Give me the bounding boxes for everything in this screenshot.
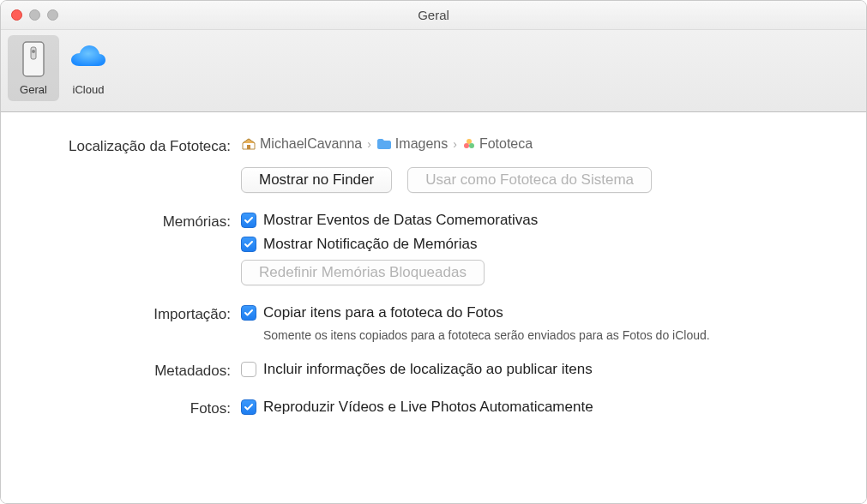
window-title: Geral — [1, 8, 866, 22]
breadcrumb-item-home[interactable]: MichaelCavanna — [241, 136, 362, 152]
titlebar[interactable]: Geral — [1, 1, 866, 30]
svg-point-6 — [469, 143, 474, 148]
breadcrumb-item-label: Fototeca — [479, 136, 533, 152]
include-location-label[interactable]: Incluir informações de localização ao pu… — [263, 361, 593, 378]
tab-general[interactable]: Geral — [8, 35, 59, 101]
autoplay-label[interactable]: Reproduzir Vídeos e Live Photos Automati… — [263, 399, 593, 416]
breadcrumb-item-library[interactable]: Fototeca — [462, 136, 533, 152]
chevron-right-icon: › — [367, 137, 371, 151]
home-icon — [241, 137, 256, 151]
preferences-window: Geral Geral — [0, 0, 867, 504]
show-memories-notification-label[interactable]: Mostrar Notificação de Memórias — [263, 236, 477, 253]
autoplay-checkbox[interactable] — [241, 399, 256, 415]
use-as-system-library-button: Usar como Fototeca do Sistema — [407, 167, 652, 193]
svg-rect-3 — [247, 145, 250, 149]
tab-general-label: Geral — [20, 83, 47, 96]
chevron-right-icon: › — [453, 137, 457, 151]
svg-point-4 — [467, 139, 472, 144]
svg-point-5 — [464, 143, 469, 148]
library-location-breadcrumb: MichaelCavanna › Imagens › — [241, 136, 840, 152]
breadcrumb-item-label: Imagens — [395, 136, 448, 152]
svg-point-2 — [32, 50, 35, 53]
show-memories-notification-checkbox[interactable] — [241, 237, 256, 252]
import-label: Importação: — [27, 304, 241, 323]
content-area: Localização da Fototeca: MichaelCavanna … — [1, 112, 866, 503]
tab-icloud[interactable]: iCloud — [63, 35, 114, 101]
copy-items-checkbox[interactable] — [241, 305, 256, 321]
preferences-toolbar: Geral iCloud — [1, 30, 866, 112]
show-in-finder-button[interactable]: Mostrar no Finder — [241, 167, 392, 193]
copy-items-subtext: Somente os itens copiados para a fototec… — [263, 328, 840, 342]
copy-items-label[interactable]: Copiar itens para a fototeca do Fotos — [263, 304, 503, 321]
memories-label: Memórias: — [27, 212, 241, 231]
show-holiday-events-label[interactable]: Mostrar Eventos de Datas Comemorativas — [263, 212, 538, 229]
breadcrumb-item-images[interactable]: Imagens — [376, 136, 448, 152]
general-icon — [13, 39, 54, 80]
photos-label: Fotos: — [27, 399, 241, 417]
include-location-checkbox[interactable] — [241, 362, 256, 377]
library-location-label: Localização da Fototeca: — [27, 136, 241, 155]
icloud-icon — [68, 39, 109, 80]
tab-icloud-label: iCloud — [73, 83, 105, 96]
show-holiday-events-checkbox[interactable] — [241, 213, 256, 228]
reset-blocked-memories-button: Redefinir Memórias Bloqueadas — [241, 260, 485, 285]
breadcrumb-item-label: MichaelCavanna — [260, 136, 362, 152]
metadata-label: Metadados: — [27, 361, 241, 380]
folder-icon — [376, 138, 392, 150]
photos-library-icon — [462, 137, 476, 151]
